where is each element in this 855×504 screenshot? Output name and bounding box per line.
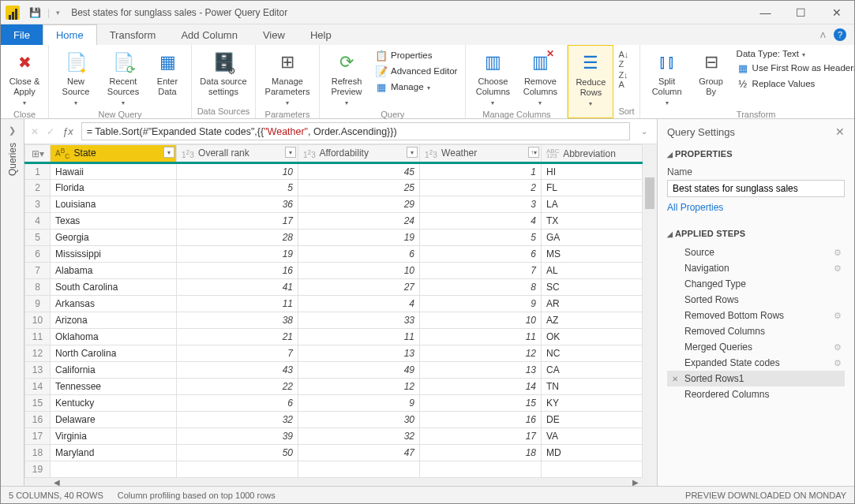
query-name-input[interactable] — [667, 180, 845, 197]
close-settings-icon[interactable]: ✕ — [835, 125, 845, 138]
cell-afford[interactable]: 45 — [298, 163, 420, 180]
data-type-button[interactable]: Data Type: Text — [733, 48, 855, 59]
cell-state[interactable]: Virginia — [51, 428, 177, 445]
cell-rank[interactable]: 5 — [177, 180, 298, 196]
applied-step[interactable]: Reordered Columns — [667, 386, 845, 402]
cell-weather[interactable]: 4 — [420, 213, 542, 230]
applied-step[interactable]: Sorted Rows1 — [667, 371, 845, 386]
applied-step[interactable]: Expanded State codes⚙ — [667, 355, 845, 371]
tab-transform[interactable]: Transform — [97, 24, 169, 45]
cell-state[interactable]: Florida — [51, 180, 177, 196]
cell-state[interactable]: Kentucky — [51, 395, 177, 412]
cell-rank[interactable]: 21 — [177, 329, 298, 345]
col-header-weather[interactable]: 123 Weather↑▾ — [420, 145, 542, 163]
table-row[interactable]: 4Texas17244TX — [25, 213, 643, 230]
cell-afford[interactable]: 32 — [298, 428, 420, 445]
properties-button[interactable]: 📋Properties — [372, 48, 460, 62]
cell-weather[interactable]: 10 — [420, 312, 542, 329]
row-number[interactable]: 15 — [25, 395, 51, 412]
cell-afford[interactable]: 9 — [298, 395, 420, 412]
cell-afford[interactable]: 19 — [298, 230, 420, 246]
cell-abbrev[interactable]: GA — [542, 230, 643, 246]
cell-weather[interactable]: 3 — [420, 196, 542, 213]
cell-weather[interactable]: 11 — [420, 329, 542, 345]
cell-rank[interactable]: 41 — [177, 279, 298, 296]
gear-icon[interactable]: ⚙ — [834, 311, 842, 321]
cell-rank[interactable] — [177, 461, 298, 478]
cell-rank[interactable]: 10 — [177, 163, 298, 180]
replace-values-button[interactable]: ½Replace Values — [733, 77, 855, 91]
cell-state[interactable]: Maryland — [51, 445, 177, 461]
row-number[interactable]: 3 — [25, 196, 51, 213]
col-header-afford[interactable]: 123 Affordability▾ — [298, 145, 420, 163]
table-row[interactable]: 13California434913CA — [25, 362, 643, 379]
cell-abbrev[interactable]: HI — [542, 163, 643, 180]
cell-rank[interactable]: 19 — [177, 246, 298, 263]
cell-afford[interactable]: 47 — [298, 445, 420, 461]
table-row[interactable]: 19 — [25, 461, 643, 478]
tab-help[interactable]: Help — [298, 24, 344, 45]
cell-afford[interactable] — [298, 461, 420, 478]
cell-state[interactable]: Tennessee — [51, 379, 177, 395]
cell-rank[interactable]: 22 — [177, 379, 298, 395]
cell-state[interactable]: Oklahoma — [51, 329, 177, 345]
cell-abbrev[interactable]: MS — [542, 246, 643, 263]
cell-rank[interactable]: 28 — [177, 230, 298, 246]
cell-state[interactable]: Delaware — [51, 412, 177, 428]
cell-abbrev[interactable]: OK — [542, 329, 643, 345]
row-number[interactable]: 1 — [25, 163, 51, 180]
row-number[interactable]: 12 — [25, 345, 51, 362]
table-row[interactable]: 2Florida5252FL — [25, 180, 643, 196]
qat-dropdown-icon[interactable]: ▾ — [56, 9, 60, 17]
applied-step[interactable]: Removed Bottom Rows⚙ — [667, 308, 845, 323]
first-row-headers-button[interactable]: ▦Use First Row as Headers — [733, 61, 855, 75]
cell-abbrev[interactable]: AL — [542, 263, 643, 279]
reduce-rows-button[interactable]: ☰Reduce Rows — [572, 47, 609, 109]
cell-weather[interactable]: 12 — [420, 345, 542, 362]
cell-weather[interactable]: 17 — [420, 428, 542, 445]
cell-weather[interactable]: 7 — [420, 263, 542, 279]
table-row[interactable]: 7Alabama16107AL — [25, 263, 643, 279]
col-header-rank[interactable]: 123 Overall rank▾ — [177, 145, 298, 163]
table-row[interactable]: 8South Carolina41278SC — [25, 279, 643, 296]
row-number[interactable]: 14 — [25, 379, 51, 395]
row-number[interactable]: 6 — [25, 246, 51, 263]
properties-section-header[interactable]: PROPERTIES — [667, 144, 845, 163]
sort-asc-button[interactable]: A↓Z — [618, 50, 628, 69]
cell-state[interactable]: Georgia — [51, 230, 177, 246]
row-number[interactable]: 5 — [25, 230, 51, 246]
table-row[interactable]: 12North Carolina71312NC — [25, 345, 643, 362]
row-number[interactable]: 2 — [25, 180, 51, 196]
cell-abbrev[interactable]: VA — [542, 428, 643, 445]
table-row[interactable]: 14Tennessee221214TN — [25, 379, 643, 395]
tab-add-column[interactable]: Add Column — [168, 24, 250, 45]
expand-formula-icon[interactable]: ⌄ — [638, 127, 651, 136]
col-header-abbrev[interactable]: ABC123 Abbreviation — [542, 145, 643, 163]
vertical-scrollbar[interactable] — [643, 144, 657, 486]
filter-icon[interactable]: ▾ — [407, 147, 418, 158]
cell-abbrev[interactable]: CA — [542, 362, 643, 379]
cell-rank[interactable]: 36 — [177, 196, 298, 213]
cell-afford[interactable]: 25 — [298, 180, 420, 196]
cell-state[interactable] — [51, 461, 177, 478]
formula-input[interactable]: = Table.Sort(#"Expanded State codes",{{"… — [81, 122, 630, 140]
table-row[interactable]: 5Georgia28195GA — [25, 230, 643, 246]
gear-icon[interactable]: ⚙ — [834, 358, 842, 368]
cell-rank[interactable]: 17 — [177, 213, 298, 230]
cell-state[interactable]: California — [51, 362, 177, 379]
sort-desc-button[interactable]: Z↓A — [618, 70, 628, 89]
cell-state[interactable]: Texas — [51, 213, 177, 230]
gear-icon[interactable]: ⚙ — [834, 248, 842, 258]
cell-weather[interactable]: 16 — [420, 412, 542, 428]
row-number[interactable]: 17 — [25, 428, 51, 445]
cell-abbrev[interactable]: KY — [542, 395, 643, 412]
cell-abbrev[interactable]: LA — [542, 196, 643, 213]
cell-afford[interactable]: 24 — [298, 213, 420, 230]
tab-view[interactable]: View — [250, 24, 298, 45]
applied-step[interactable]: Merged Queries⚙ — [667, 339, 845, 355]
table-row[interactable]: 16Delaware323016DE — [25, 412, 643, 428]
cell-weather[interactable]: 18 — [420, 445, 542, 461]
table-corner[interactable]: ⊞▾ — [25, 145, 51, 163]
cell-abbrev[interactable]: AR — [542, 296, 643, 312]
cell-afford[interactable]: 33 — [298, 312, 420, 329]
